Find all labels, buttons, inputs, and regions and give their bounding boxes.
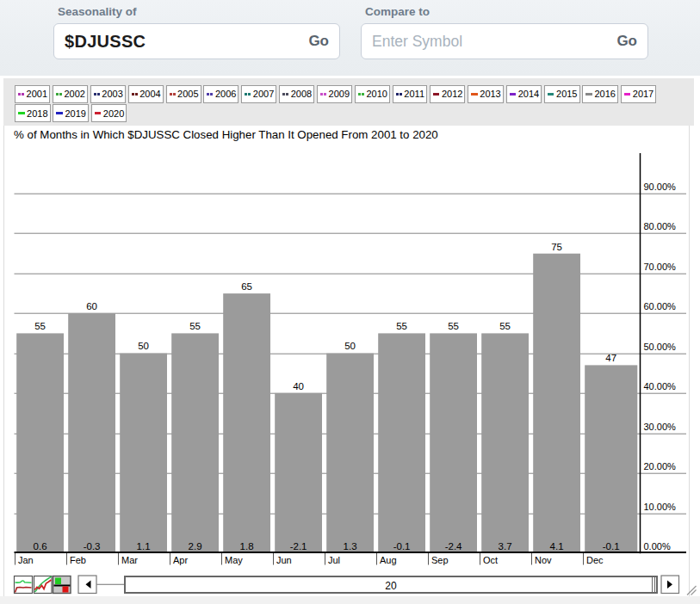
svg-text:1.3: 1.3 (344, 541, 357, 552)
svg-text:50: 50 (344, 341, 356, 351)
svg-text:Oct: Oct (483, 555, 498, 565)
svg-text:-0.1: -0.1 (393, 541, 411, 552)
svg-text:Jan: Jan (18, 555, 34, 565)
svg-text:55: 55 (448, 321, 459, 331)
svg-text:Jun: Jun (276, 555, 292, 565)
svg-text:Dec: Dec (586, 555, 604, 565)
svg-text:40.00%: 40.00% (644, 381, 677, 391)
svg-text:-2.1: -2.1 (290, 541, 307, 552)
svg-text:40: 40 (293, 381, 304, 391)
svg-text:90.00%: 90.00% (644, 182, 677, 192)
svg-text:50: 50 (138, 341, 149, 351)
svg-text:0.00%: 0.00% (644, 541, 671, 552)
svg-text:3.7: 3.7 (499, 541, 512, 552)
svg-text:2.9: 2.9 (189, 541, 202, 552)
svg-text:55: 55 (499, 321, 511, 331)
svg-text:60.00%: 60.00% (644, 301, 677, 311)
svg-text:-0.3: -0.3 (84, 541, 101, 552)
svg-text:Jul: Jul (328, 555, 340, 565)
svg-text:-0.1: -0.1 (603, 541, 620, 552)
svg-text:Sep: Sep (431, 555, 449, 565)
svg-text:55: 55 (189, 321, 201, 331)
svg-text:20.00%: 20.00% (644, 461, 677, 471)
svg-text:47: 47 (605, 353, 616, 363)
svg-text:60: 60 (86, 301, 97, 311)
svg-text:30.00%: 30.00% (644, 422, 677, 432)
svg-text:0.6: 0.6 (34, 541, 47, 552)
svg-text:-2.4: -2.4 (445, 541, 462, 552)
svg-text:55: 55 (396, 321, 407, 331)
svg-text:50.00%: 50.00% (644, 342, 677, 352)
svg-text:70.00%: 70.00% (644, 262, 677, 272)
svg-text:Apr: Apr (173, 555, 188, 565)
svg-text:75: 75 (551, 242, 562, 252)
svg-text:80.00%: 80.00% (644, 221, 677, 231)
svg-text:55: 55 (34, 321, 46, 331)
svg-text:1.1: 1.1 (137, 541, 151, 552)
svg-text:Aug: Aug (380, 555, 397, 565)
svg-text:4.1: 4.1 (550, 541, 564, 552)
svg-text:Mar: Mar (121, 555, 138, 565)
svg-text:10.00%: 10.00% (644, 502, 677, 512)
svg-text:Feb: Feb (70, 555, 86, 565)
svg-text:Nov: Nov (535, 555, 552, 565)
svg-text:1.8: 1.8 (240, 541, 254, 552)
svg-text:May: May (225, 555, 243, 565)
svg-text:65: 65 (241, 281, 252, 292)
